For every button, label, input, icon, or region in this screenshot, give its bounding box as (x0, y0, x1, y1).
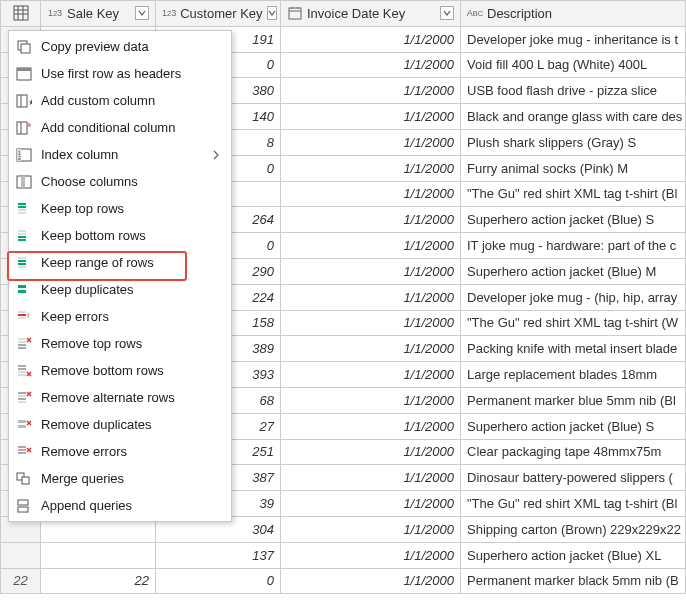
svg-rect-10 (21, 44, 30, 53)
keep-top-icon (15, 200, 33, 218)
remove-top-icon (15, 335, 33, 353)
add-column-icon: ★ (15, 92, 33, 110)
invoice-date-cell[interactable]: 1/1/2000 (281, 258, 461, 284)
invoice-date-cell[interactable]: 1/1/2000 (281, 568, 461, 594)
menu-append-queries[interactable]: Append queries (9, 492, 231, 519)
description-cell[interactable]: Permanent marker black 5mm nib (B (461, 568, 686, 594)
menu-keep-duplicates[interactable]: Keep duplicates (9, 276, 231, 303)
description-cell[interactable]: Superhero action jacket (Blue) S (461, 413, 686, 439)
description-cell[interactable]: Void fill 400 L bag (White) 400L (461, 52, 686, 78)
svg-text:!: ! (27, 311, 29, 320)
description-cell[interactable]: Black and orange glass with care des (461, 104, 686, 130)
invoice-date-cell[interactable]: 1/1/2000 (281, 491, 461, 517)
sale-key-cell[interactable] (41, 542, 156, 568)
svg-rect-63 (18, 507, 28, 512)
menu-add-custom-column[interactable]: ★ Add custom column (9, 87, 231, 114)
invoice-date-cell[interactable]: 1/1/2000 (281, 387, 461, 413)
description-cell[interactable]: Dinosaur battery-powered slippers ( (461, 465, 686, 491)
description-cell[interactable]: Furry animal socks (Pink) M (461, 155, 686, 181)
menu-copy-preview-data[interactable]: Copy preview data (9, 33, 231, 60)
description-cell[interactable]: Permanent marker blue 5mm nib (Bl (461, 387, 686, 413)
keep-range-icon (15, 254, 33, 272)
svg-rect-62 (18, 500, 28, 505)
menu-keep-range-of-rows[interactable]: Keep range of rows (9, 249, 231, 276)
invoice-date-cell[interactable]: 1/1/2000 (281, 516, 461, 542)
row-number-cell: 22 (1, 568, 41, 594)
invoice-date-cell[interactable]: 1/1/2000 (281, 439, 461, 465)
column-header-description[interactable]: ABC Description (461, 1, 686, 27)
svg-rect-61 (22, 477, 29, 484)
filter-dropdown-button[interactable] (440, 6, 454, 20)
customer-key-cell[interactable]: 137 (156, 542, 281, 568)
menu-remove-bottom-rows[interactable]: Remove bottom rows (9, 357, 231, 384)
description-cell[interactable]: Large replacement blades 18mm (461, 362, 686, 388)
menu-add-conditional-column[interactable]: Add conditional column (9, 114, 231, 141)
description-cell[interactable]: Developer joke mug - (hip, hip, array (461, 284, 686, 310)
menu-keep-bottom-rows[interactable]: Keep bottom rows (9, 222, 231, 249)
menu-keep-top-rows[interactable]: Keep top rows (9, 195, 231, 222)
description-cell[interactable]: "The Gu" red shirt XML tag t-shirt (Bl (461, 491, 686, 517)
menu-remove-errors[interactable]: Remove errors (9, 438, 231, 465)
invoice-date-cell[interactable]: 1/1/2000 (281, 362, 461, 388)
invoice-date-cell[interactable]: 1/1/2000 (281, 336, 461, 362)
menu-use-first-row-as-headers[interactable]: Use first row as headers (9, 60, 231, 87)
table-row[interactable]: 1371/1/2000Superhero action jacket (Blue… (1, 542, 686, 568)
invoice-date-cell[interactable]: 1/1/2000 (281, 104, 461, 130)
invoice-date-cell[interactable]: 1/1/2000 (281, 207, 461, 233)
svg-text:★: ★ (28, 98, 32, 107)
invoice-date-cell[interactable]: 1/1/2000 (281, 310, 461, 336)
menu-merge-queries[interactable]: Merge queries (9, 465, 231, 492)
menu-remove-duplicates[interactable]: Remove duplicates (9, 411, 231, 438)
description-cell[interactable]: USB food flash drive - pizza slice (461, 78, 686, 104)
description-cell[interactable]: IT joke mug - hardware: part of the c (461, 233, 686, 259)
table-context-menu: Copy preview data Use first row as heade… (8, 30, 232, 522)
description-cell[interactable]: "The Gu" red shirt XML tag t-shirt (Bl (461, 181, 686, 207)
number-type-icon: 123 (47, 5, 63, 21)
headers-icon (15, 65, 33, 83)
menu-remove-top-rows[interactable]: Remove top rows (9, 330, 231, 357)
column-header-customer-key[interactable]: 123 Customer Key (156, 1, 281, 27)
remove-bottom-icon (15, 362, 33, 380)
column-header-sale-key[interactable]: 123 Sale Key (41, 1, 156, 27)
description-cell[interactable]: Clear packaging tape 48mmx75m (461, 439, 686, 465)
invoice-date-cell[interactable]: 1/1/2000 (281, 413, 461, 439)
table-corner-cell[interactable] (1, 1, 41, 27)
invoice-date-cell[interactable]: 1/1/2000 (281, 233, 461, 259)
description-cell[interactable]: Superhero action jacket (Blue) M (461, 258, 686, 284)
description-cell[interactable]: "The Gu" red shirt XML tag t-shirt (W (461, 310, 686, 336)
description-cell[interactable]: Shipping carton (Brown) 229x229x22 (461, 516, 686, 542)
menu-keep-errors[interactable]: ! Keep errors (9, 303, 231, 330)
description-cell[interactable]: Packing knife with metal insert blade (461, 336, 686, 362)
number-type-icon: 123 (162, 5, 176, 21)
invoice-date-cell[interactable]: 1/1/2000 (281, 129, 461, 155)
invoice-date-cell[interactable]: 1/1/2000 (281, 78, 461, 104)
sale-key-cell[interactable]: 22 (41, 568, 156, 594)
invoice-date-cell[interactable]: 1/1/2000 (281, 52, 461, 78)
filter-dropdown-button[interactable] (267, 6, 277, 20)
customer-key-cell[interactable]: 0 (156, 568, 281, 594)
svg-point-18 (27, 123, 31, 127)
conditional-column-icon (15, 119, 33, 137)
remove-errors-icon (15, 443, 33, 461)
invoice-date-cell[interactable]: 1/1/2000 (281, 465, 461, 491)
description-cell[interactable]: Developer joke mug - inheritance is t (461, 26, 686, 52)
svg-rect-56 (18, 425, 26, 428)
column-label: Description (487, 6, 679, 21)
description-cell[interactable]: Superhero action jacket (Blue) S (461, 207, 686, 233)
invoice-date-cell[interactable]: 1/1/2000 (281, 181, 461, 207)
menu-remove-alternate-rows[interactable]: Remove alternate rows (9, 384, 231, 411)
description-cell[interactable]: Plush shark slippers (Gray) S (461, 129, 686, 155)
menu-index-column[interactable]: 12 Index column (9, 141, 231, 168)
invoice-date-cell[interactable]: 1/1/2000 (281, 155, 461, 181)
svg-text:2: 2 (18, 155, 21, 161)
invoice-date-cell[interactable]: 1/1/2000 (281, 284, 461, 310)
invoice-date-cell[interactable]: 1/1/2000 (281, 26, 461, 52)
svg-rect-12 (17, 68, 31, 71)
filter-dropdown-button[interactable] (135, 6, 149, 20)
column-header-invoice-date-key[interactable]: Invoice Date Key (281, 1, 461, 27)
menu-choose-columns[interactable]: Choose columns (9, 168, 231, 195)
description-cell[interactable]: Superhero action jacket (Blue) XL (461, 542, 686, 568)
table-row[interactable]: 222201/1/2000Permanent marker black 5mm … (1, 568, 686, 594)
invoice-date-cell[interactable]: 1/1/2000 (281, 542, 461, 568)
svg-rect-38 (18, 290, 26, 293)
